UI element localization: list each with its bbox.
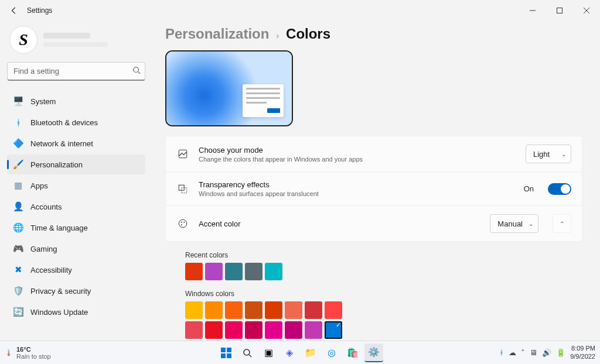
- mode-title: Choose your mode: [199, 146, 516, 154]
- mode-dropdown[interactable]: Light ⌄: [526, 145, 571, 163]
- color-swatch[interactable]: [225, 263, 243, 280]
- transparency-sub: Windows and surfaces appear translucent: [199, 190, 514, 197]
- volume-icon[interactable]: 🔊: [542, 348, 551, 357]
- display-icon[interactable]: 🖥: [530, 348, 537, 357]
- nav-label: Windows Update: [30, 308, 88, 317]
- sidebar-item-privacy-security[interactable]: 🛡️Privacy & security: [7, 281, 145, 301]
- color-swatch[interactable]: [185, 301, 203, 319]
- accent-collapse-button[interactable]: ⌃: [553, 214, 571, 233]
- chevron-down-icon: ⌄: [561, 151, 566, 157]
- gear-icon: ⚙️: [368, 346, 380, 358]
- maximize-icon: [557, 8, 562, 13]
- color-swatch[interactable]: [285, 301, 302, 319]
- chat-icon: ◈: [286, 347, 293, 358]
- store-icon: 🛍️: [347, 347, 359, 358]
- sidebar-item-windows-update[interactable]: 🔄Windows Update: [7, 302, 145, 322]
- nav-icon: 🔄: [13, 307, 23, 317]
- nav-label: Privacy & security: [30, 287, 91, 296]
- back-button[interactable]: [6, 2, 22, 19]
- edge-button[interactable]: ◎: [322, 344, 341, 362]
- recent-colors-label: Recent colors: [185, 251, 582, 259]
- nav-icon: 🌐: [13, 222, 23, 233]
- weather-icon: 🌡️: [5, 349, 13, 356]
- close-button[interactable]: [573, 0, 600, 21]
- color-swatch[interactable]: [325, 301, 342, 319]
- color-swatch[interactable]: [305, 321, 322, 339]
- taskbar: 🌡️ 16°C Rain to stop ▣ ◈ 📁 ◎ 🛍️ ⚙️ ᚼ ☁ ˄…: [0, 341, 600, 364]
- edge-icon: ◎: [328, 347, 336, 358]
- color-swatch[interactable]: [325, 321, 342, 339]
- svg-point-11: [183, 222, 185, 223]
- color-swatch[interactable]: [245, 263, 262, 280]
- sidebar-item-system[interactable]: 🖥️System: [7, 91, 145, 111]
- onedrive-icon[interactable]: ☁: [509, 348, 516, 357]
- breadcrumb-parent[interactable]: Personalization: [165, 26, 269, 42]
- battery-icon[interactable]: 🔋: [556, 348, 565, 357]
- color-swatch[interactable]: [245, 301, 262, 319]
- nav-label: System: [30, 97, 56, 106]
- color-swatch[interactable]: [265, 301, 282, 319]
- accent-dropdown[interactable]: Manual ⌄: [490, 214, 538, 233]
- arrow-left-icon: [10, 6, 18, 15]
- nav-icon: ▦: [13, 180, 23, 191]
- sidebar-item-personalization[interactable]: 🖌️Personalization: [7, 154, 145, 174]
- window-title: Settings: [27, 6, 52, 15]
- profile-block[interactable]: S: [7, 21, 145, 62]
- color-swatch[interactable]: [185, 321, 203, 339]
- nav-icon: 🖌️: [13, 159, 23, 170]
- transparency-row[interactable]: Transparency effects Windows and surface…: [166, 172, 582, 206]
- sidebar-item-time-language[interactable]: 🌐Time & language: [7, 218, 145, 238]
- search-input[interactable]: [7, 62, 145, 81]
- close-icon: [584, 8, 589, 13]
- profile-name-placeholder: [43, 33, 108, 47]
- store-button[interactable]: 🛍️: [343, 344, 362, 362]
- color-swatch[interactable]: [285, 321, 302, 339]
- search-icon: [243, 348, 252, 358]
- color-swatch[interactable]: [225, 321, 243, 339]
- accent-row[interactable]: Accent color Manual ⌄ ⌃: [166, 206, 582, 241]
- settings-button[interactable]: ⚙️: [364, 344, 383, 362]
- maximize-button[interactable]: [546, 0, 573, 21]
- color-swatch[interactable]: [305, 301, 322, 319]
- color-swatch[interactable]: [265, 263, 282, 280]
- minimize-button[interactable]: [519, 0, 546, 21]
- tray-chevron-icon[interactable]: ˄: [521, 348, 525, 357]
- windows-colors-label: Windows colors: [185, 290, 582, 298]
- color-swatch[interactable]: [225, 301, 243, 319]
- choose-mode-row[interactable]: Choose your mode Change the colors that …: [166, 136, 582, 172]
- svg-line-5: [138, 72, 141, 74]
- chat-button[interactable]: ◈: [280, 344, 299, 362]
- windows-colors-grid: [185, 301, 349, 341]
- folder-icon: 📁: [305, 347, 316, 358]
- color-swatch[interactable]: [185, 263, 203, 280]
- color-swatch[interactable]: [245, 321, 262, 339]
- sidebar-item-network-internet[interactable]: 🔷Network & internet: [7, 133, 145, 153]
- system-tray[interactable]: ᚼ ☁ ˄ 🖥 🔊 🔋 8:09 PM 9/9/2022: [499, 345, 595, 360]
- brush-icon: [176, 149, 189, 159]
- sidebar-item-gaming[interactable]: 🎮Gaming: [7, 239, 145, 259]
- svg-rect-15: [221, 353, 226, 358]
- weather-desc: Rain to stop: [16, 353, 51, 360]
- taskview-button[interactable]: ▣: [259, 344, 278, 362]
- svg-rect-1: [557, 8, 562, 13]
- color-swatch[interactable]: [205, 301, 223, 319]
- sidebar-item-apps[interactable]: ▦Apps: [7, 176, 145, 195]
- nav-label: Bluetooth & devices: [30, 118, 98, 127]
- weather-widget[interactable]: 🌡️ 16°C Rain to stop: [5, 346, 51, 360]
- titlebar: Settings: [0, 0, 600, 21]
- explorer-button[interactable]: 📁: [301, 344, 320, 362]
- transparency-title: Transparency effects: [199, 180, 514, 189]
- clock[interactable]: 8:09 PM 9/9/2022: [570, 345, 595, 360]
- color-swatch[interactable]: [265, 321, 282, 339]
- svg-rect-13: [221, 348, 226, 352]
- sidebar-item-bluetooth-devices[interactable]: ᚼBluetooth & devices: [7, 112, 145, 132]
- sidebar-item-accessibility[interactable]: ✖Accessibility: [7, 260, 145, 280]
- start-button[interactable]: [217, 344, 236, 362]
- sidebar-item-accounts[interactable]: 👤Accounts: [7, 197, 145, 217]
- color-swatch[interactable]: [205, 263, 223, 280]
- search-button[interactable]: [238, 344, 257, 362]
- transparency-toggle[interactable]: [548, 183, 571, 195]
- color-swatch[interactable]: [205, 321, 223, 339]
- svg-line-18: [249, 355, 251, 357]
- bluetooth-icon[interactable]: ᚼ: [499, 348, 504, 357]
